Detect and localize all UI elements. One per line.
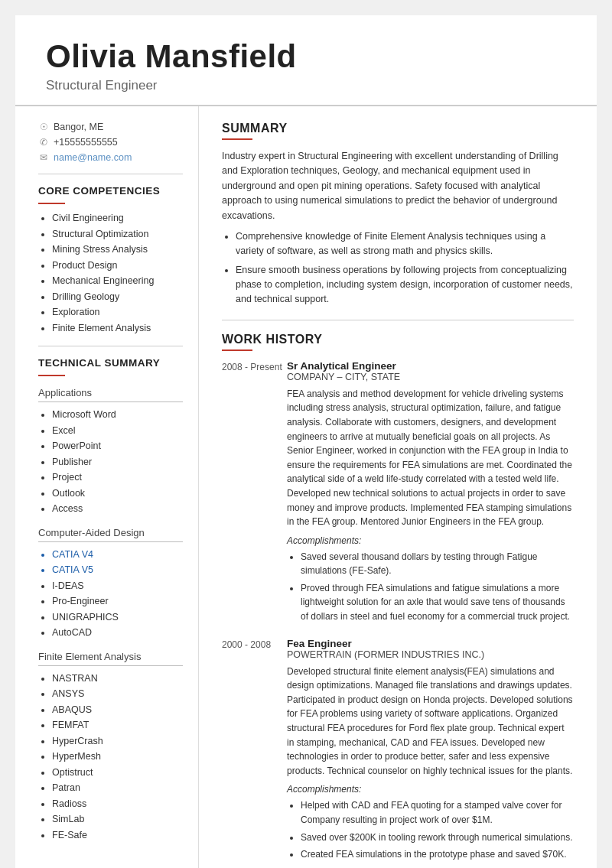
list-item: Optistruct [52, 766, 183, 780]
email-icon: ✉ [38, 152, 49, 163]
list-item: Mining Stress Analysis [52, 243, 183, 257]
summary-underline [222, 138, 252, 140]
list-item: CATIA V4 [52, 548, 183, 562]
list-item: Product Design [52, 259, 183, 273]
cad-divider [38, 541, 183, 542]
fea-divider [38, 665, 183, 666]
core-competencies-underline [38, 203, 65, 204]
job-details-2: Fea Engineer POWERTRAIN (FORMER INDUSTRI… [287, 638, 574, 865]
location-icon: ☉ [38, 122, 49, 132]
main-content: ☉ Bangor, ME ✆ +15555555555 ✉ name@name.… [15, 106, 597, 868]
accomplishments-list-1: Saved several thousand dollars by testin… [287, 550, 574, 624]
list-item: Civil Engineering [52, 212, 183, 226]
list-item: Comprehensive knowledge of Finite Elemen… [236, 229, 574, 259]
list-item: Ensure smooth business operations by fol… [236, 263, 574, 307]
list-item: HyperMesh [52, 750, 183, 764]
list-item: FE-Safe [52, 829, 183, 843]
list-item: ANSYS [52, 688, 183, 701]
cad-subtitle: Computer-Aided Design [38, 527, 183, 538]
list-item: Saved over $200K in tooling rework throu… [301, 831, 574, 845]
list-item: ABAQUS [52, 704, 183, 717]
list-item: Radioss [52, 798, 183, 811]
fea-list: NASTRAN ANSYS ABAQUS FEMFAT HyperCrash H… [38, 672, 183, 843]
applications-subtitle: Applications [38, 387, 183, 398]
job-entry-2: 2000 - 2008 Fea Engineer POWERTRAIN (FOR… [222, 638, 574, 865]
list-item: HyperCrash [52, 735, 183, 749]
job-details-1: Sr Analytical Engineer COMPANY – CITY, S… [287, 360, 574, 627]
list-item: Excel [52, 424, 183, 438]
summary-title: SUMMARY [222, 122, 574, 135]
phone-icon: ✆ [38, 137, 49, 148]
list-item: Saved several thousand dollars by testin… [301, 550, 574, 578]
list-item: UNIGRAPHICS [52, 611, 183, 625]
divider-contact [38, 174, 183, 174]
job-description-2: Developed structural finite element anal… [287, 665, 574, 779]
header: Olivia Mansfield Structural Engineer [15, 15, 597, 106]
accomplishments-label-1: Accomplishments: [287, 535, 574, 546]
work-history-title: WORK HISTORY [222, 333, 574, 346]
list-item: Microsoft Word [52, 408, 183, 422]
contact-phone: ✆ +15555555555 [38, 137, 183, 148]
applications-list: Microsoft Word Excel PowerPoint Publishe… [38, 408, 183, 516]
summary-paragraph: Industry expert in Structural Engineerin… [222, 149, 574, 223]
job-company-1: COMPANY – CITY, STATE [287, 372, 574, 382]
contact-location: ☉ Bangor, ME [38, 122, 183, 132]
list-item: AutoCAD [52, 626, 183, 640]
list-item: I-DEAS [52, 580, 183, 593]
job-description-1: FEA analysis and method development for … [287, 387, 574, 529]
list-item: Structural Optimization [52, 228, 183, 242]
list-item: CATIA V5 [52, 564, 183, 577]
work-history-underline [222, 349, 252, 351]
job-dates-2: 2000 - 2008 [222, 638, 287, 865]
job-company-2: POWERTRAIN (FORMER INDUSTRIES INC.) [287, 649, 574, 660]
divider-competencies [38, 346, 183, 346]
list-item: Project [52, 471, 183, 485]
job-dates-1: 2008 - Present [222, 360, 287, 627]
list-item: Pro-Engineer [52, 595, 183, 609]
technical-summary-underline [38, 375, 65, 376]
core-competencies-list: Civil Engineering Structural Optimizatio… [38, 212, 183, 335]
job-title-2: Fea Engineer [287, 638, 574, 649]
job-title-1: Sr Analytical Engineer [287, 360, 574, 372]
list-item: Helped with CAD and FEA quoting for a st… [301, 798, 574, 827]
contact-email[interactable]: ✉ name@name.com [38, 152, 183, 163]
list-item: Exploration [52, 306, 183, 320]
sidebar: ☉ Bangor, ME ✆ +15555555555 ✉ name@name.… [15, 106, 199, 868]
candidate-name: Olivia Mansfield [46, 38, 566, 75]
list-item: NASTRAN [52, 672, 183, 686]
cad-list: CATIA V4 CATIA V5 I-DEAS Pro-Engineer UN… [38, 548, 183, 640]
resume-page: Olivia Mansfield Structural Engineer ☉ B… [15, 15, 597, 868]
applications-divider [38, 401, 183, 402]
list-item: Mechanical Engineering [52, 275, 183, 288]
fea-subtitle: Finite Element Analysis [38, 651, 183, 662]
accomplishments-label-2: Accomplishments: [287, 784, 574, 795]
accomplishments-list-2: Helped with CAD and FEA quoting for a st… [287, 798, 574, 861]
candidate-title: Structural Engineer [46, 78, 566, 93]
list-item: PowerPoint [52, 440, 183, 454]
list-item: FEMFAT [52, 719, 183, 733]
job-entry-1: 2008 - Present Sr Analytical Engineer CO… [222, 360, 574, 627]
main-content-area: SUMMARY Industry expert in Structural En… [199, 106, 597, 868]
list-item: SimLab [52, 813, 183, 827]
summary-bullets: Comprehensive knowledge of Finite Elemen… [222, 229, 574, 307]
core-competencies-title: CORE COMPETENCIES [38, 185, 183, 197]
list-item: Publisher [52, 456, 183, 470]
list-item: Proved through FEA simulations and fatig… [301, 581, 574, 624]
technical-summary-title: TECHNICAL SUMMARY [38, 357, 183, 369]
list-item: Created FEA simulations in the prototype… [301, 847, 574, 862]
list-item: Outlook [52, 487, 183, 501]
list-item: Access [52, 502, 183, 516]
list-item: Drilling Geology [52, 291, 183, 304]
divider-summary [222, 320, 574, 320]
list-item: Finite Element Analysis [52, 322, 183, 336]
list-item: Patran [52, 782, 183, 795]
